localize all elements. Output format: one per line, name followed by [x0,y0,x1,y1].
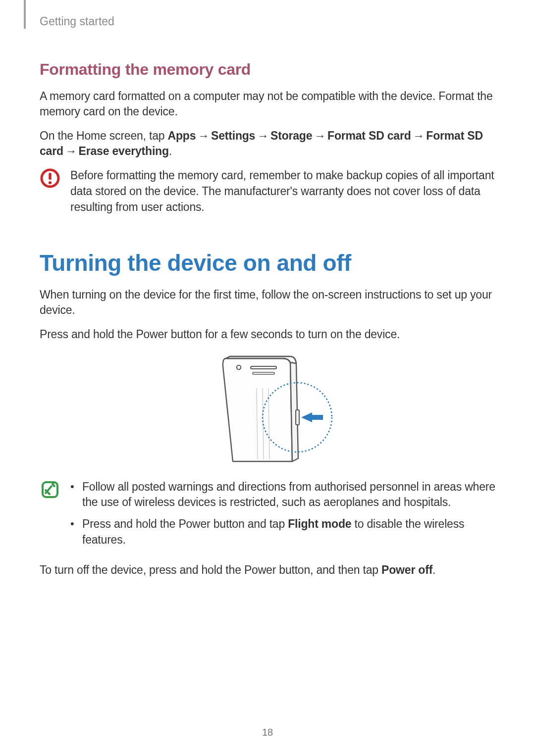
arrow-icon: → [312,128,327,144]
path-step: Apps [168,129,196,142]
text: . [432,563,435,576]
text: On the Home screen, tap [40,129,168,142]
path-step: Erase everything [79,145,169,157]
section-breadcrumb: Getting started [40,15,114,28]
text: To turn off the device, press and hold t… [40,563,381,576]
paragraph: A memory card formatted on a computer ma… [40,89,495,119]
note-callout: Follow all posted warnings and direction… [40,479,495,554]
caution-icon [40,168,60,215]
note-item: Press and hold the Power button and tap … [70,516,495,548]
text: Press and hold the Power button and tap [82,517,288,530]
header-accent-bar [24,0,26,29]
path-step: Format SD card [327,129,411,142]
caution-callout: Before formatting the memory card, remem… [40,168,495,215]
device-power-figure [40,352,495,465]
instruction-path: On the Home screen, tap Apps→Settings→St… [40,128,495,159]
svg-marker-11 [301,412,323,422]
caution-text: Before formatting the memory card, remem… [70,168,495,215]
paragraph: When turning on the device for the first… [40,287,495,318]
note-icon [40,479,60,554]
page-number: 18 [0,727,535,738]
note-item: Follow all posted warnings and direction… [70,479,495,510]
subsection-heading: Formatting the memory card [40,60,495,79]
path-step: Settings [211,129,255,142]
ui-label: Flight mode [288,517,351,530]
ui-label: Power off [381,563,432,576]
arrow-icon: → [255,128,270,144]
arrow-icon: → [63,144,79,159]
svg-point-2 [49,181,52,184]
arrow-icon: → [411,128,427,144]
svg-rect-9 [296,410,299,425]
text: . [169,145,172,157]
svg-rect-1 [49,173,52,180]
section-heading: Turning the device on and off [40,250,495,276]
paragraph: Press and hold the Power button for a fe… [40,327,495,342]
arrow-icon: → [196,128,211,144]
paragraph: To turn off the device, press and hold t… [40,562,495,578]
path-step: Storage [270,129,312,142]
